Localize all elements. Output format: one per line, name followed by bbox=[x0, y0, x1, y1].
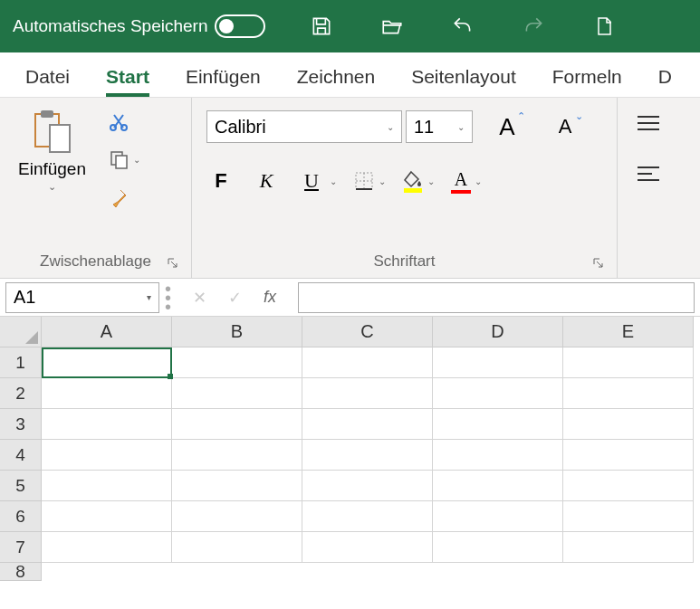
cell[interactable] bbox=[172, 532, 302, 563]
column-header[interactable]: D bbox=[433, 317, 563, 347]
cell-a1[interactable] bbox=[42, 347, 172, 378]
svg-point-3 bbox=[110, 125, 116, 130]
select-all-corner[interactable] bbox=[0, 317, 42, 347]
row-header[interactable]: 6 bbox=[0, 501, 42, 532]
font-size-select[interactable]: 11 ⌄ bbox=[406, 110, 473, 143]
dialog-launcher-icon[interactable] bbox=[593, 256, 606, 269]
grow-font-button[interactable]: A ⌃ bbox=[493, 112, 522, 141]
row-header[interactable]: 4 bbox=[0, 440, 42, 471]
cell[interactable] bbox=[302, 409, 433, 440]
cancel-icon[interactable]: ✕ bbox=[193, 288, 206, 308]
svg-rect-11 bbox=[404, 188, 422, 193]
cell[interactable] bbox=[302, 532, 433, 563]
autosave-toggle[interactable] bbox=[215, 14, 265, 38]
shrink-font-button[interactable]: A ⌄ bbox=[551, 112, 580, 141]
bucket-icon bbox=[402, 169, 424, 193]
autosave-control: Automatisches Speichern bbox=[13, 14, 265, 38]
cell[interactable] bbox=[563, 501, 694, 532]
cell[interactable] bbox=[172, 471, 302, 501]
underline-button[interactable]: U ⌄ bbox=[297, 167, 337, 195]
font-color-button[interactable]: A ⌄ bbox=[451, 169, 482, 194]
new-file-icon[interactable] bbox=[591, 14, 617, 39]
formula-bar-row: A1 ▾ ••• ✕ ✓ fx bbox=[0, 279, 700, 317]
cell[interactable] bbox=[433, 378, 563, 409]
cell[interactable] bbox=[433, 409, 563, 440]
font-name-select[interactable]: Calibri ⌄ bbox=[206, 110, 402, 143]
tab-seitenlayout[interactable]: Seitenlayout bbox=[393, 55, 534, 97]
cell[interactable] bbox=[563, 409, 694, 440]
cell[interactable] bbox=[42, 501, 172, 532]
autosave-label: Automatisches Speichern bbox=[13, 16, 207, 36]
bold-button[interactable]: F bbox=[206, 167, 235, 195]
cell[interactable] bbox=[302, 378, 433, 409]
column-header[interactable]: B bbox=[172, 317, 302, 347]
enter-icon[interactable]: ✓ bbox=[228, 288, 242, 308]
dialog-launcher-icon[interactable] bbox=[168, 256, 180, 269]
row-header[interactable]: 8 bbox=[0, 563, 42, 581]
align-top-button[interactable] bbox=[636, 114, 661, 138]
cell[interactable] bbox=[563, 471, 694, 501]
row-header[interactable]: 1 bbox=[0, 347, 42, 378]
tab-einfuegen[interactable]: Einfügen bbox=[168, 55, 279, 97]
row-header[interactable]: 3 bbox=[0, 409, 42, 440]
cell[interactable] bbox=[433, 347, 563, 378]
tab-partial[interactable]: D bbox=[640, 55, 690, 97]
chevron-down-icon: ⌄ bbox=[379, 176, 386, 186]
redo-icon[interactable] bbox=[521, 14, 546, 39]
tab-zeichnen[interactable]: Zeichnen bbox=[279, 55, 393, 97]
chevron-down-icon: ⌄ bbox=[48, 181, 56, 193]
tab-formeln[interactable]: Formeln bbox=[534, 55, 640, 97]
insert-function-icon[interactable]: fx bbox=[264, 288, 276, 307]
fill-color-button[interactable]: ⌄ bbox=[402, 169, 435, 193]
cell[interactable] bbox=[42, 440, 172, 471]
row-header[interactable]: 5 bbox=[0, 471, 42, 501]
open-icon[interactable] bbox=[379, 14, 405, 39]
column-header[interactable]: E bbox=[563, 317, 694, 347]
cell[interactable] bbox=[172, 440, 302, 471]
format-painter-button[interactable] bbox=[108, 185, 140, 210]
cell[interactable] bbox=[302, 471, 433, 501]
column-header[interactable]: A bbox=[42, 317, 172, 347]
cell[interactable] bbox=[172, 378, 302, 409]
cell[interactable] bbox=[172, 347, 302, 378]
formula-input[interactable] bbox=[298, 282, 695, 313]
cell[interactable] bbox=[172, 409, 302, 440]
undo-icon[interactable] bbox=[450, 14, 475, 39]
cut-button[interactable] bbox=[108, 109, 140, 134]
copy-button[interactable]: ⌄ bbox=[108, 147, 140, 172]
cell[interactable] bbox=[563, 532, 694, 563]
tab-start[interactable]: Start bbox=[88, 55, 168, 97]
cell[interactable] bbox=[433, 501, 563, 532]
cell[interactable] bbox=[433, 471, 563, 501]
vertical-dots-icon[interactable]: ••• bbox=[165, 285, 171, 310]
chevron-down-icon: ⌄ bbox=[427, 176, 435, 186]
chevron-down-icon[interactable]: ⌄ bbox=[133, 155, 140, 165]
italic-button[interactable]: K bbox=[252, 167, 281, 195]
cell[interactable] bbox=[563, 347, 694, 378]
cell[interactable] bbox=[42, 378, 172, 409]
color-swatch bbox=[451, 190, 471, 194]
cell[interactable] bbox=[433, 440, 563, 471]
chevron-down-icon: ⌄ bbox=[475, 176, 482, 186]
cell[interactable] bbox=[42, 471, 172, 501]
cell[interactable] bbox=[302, 501, 433, 532]
cell[interactable] bbox=[433, 532, 563, 563]
cell[interactable] bbox=[302, 347, 433, 378]
down-caret-icon: ⌄ bbox=[575, 110, 583, 122]
save-icon[interactable] bbox=[309, 14, 334, 39]
cell[interactable] bbox=[42, 532, 172, 563]
row-header[interactable]: 2 bbox=[0, 378, 42, 409]
column-header[interactable]: C bbox=[302, 317, 433, 347]
chevron-down-icon[interactable]: ▾ bbox=[147, 292, 151, 302]
cell[interactable] bbox=[172, 501, 302, 532]
cell[interactable] bbox=[302, 440, 433, 471]
cell[interactable] bbox=[42, 409, 172, 440]
align-left-button[interactable] bbox=[636, 165, 661, 188]
name-box[interactable]: A1 ▾ bbox=[5, 282, 159, 313]
cell[interactable] bbox=[563, 440, 694, 471]
cell[interactable] bbox=[563, 378, 694, 409]
tab-datei[interactable]: Datei bbox=[7, 55, 88, 97]
borders-button[interactable]: ⌄ bbox=[353, 170, 386, 192]
row-header[interactable]: 7 bbox=[0, 532, 42, 563]
paste-button[interactable]: Einfügen ⌄ bbox=[11, 105, 93, 196]
